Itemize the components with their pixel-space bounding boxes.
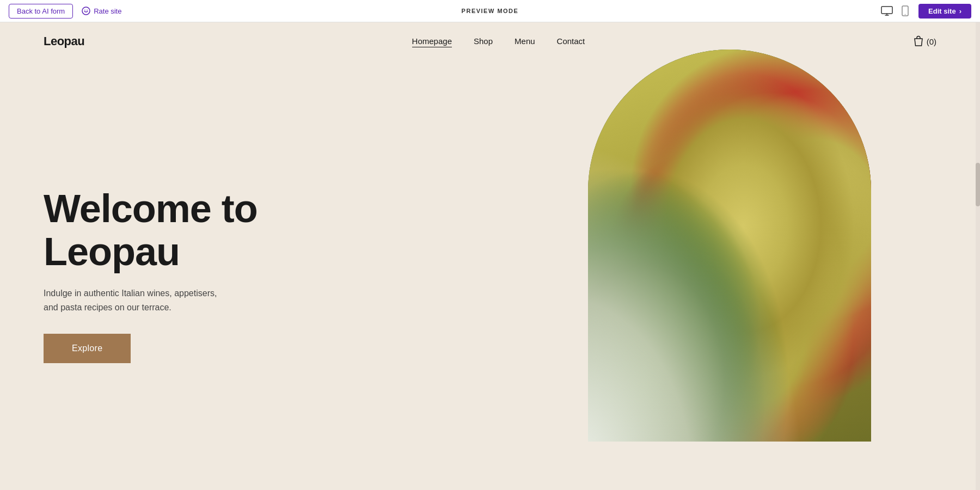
pasta-plate-overlay [588,50,871,442]
nav-item-shop[interactable]: Shop [474,36,493,46]
nav-item-contact[interactable]: Contact [557,36,585,46]
hero-title: Welcome to Leopau [44,187,327,273]
edit-site-arrow: › [959,7,961,15]
mobile-icon [902,5,909,16]
hero-food-image [588,50,871,442]
food-image-inner [588,50,871,442]
edit-site-button[interactable]: Edit site › [918,4,971,19]
nav-item-menu[interactable]: Menu [514,36,535,46]
svg-rect-3 [881,7,892,14]
nav-links: Homepage Shop Menu Contact [412,36,585,46]
back-to-form-button[interactable]: Back to AI form [9,4,73,19]
nav-link-shop[interactable]: Shop [474,36,493,47]
preview-area: Leopau Homepage Shop Menu Contact (0) [0,22,980,490]
desktop-device-button[interactable] [878,4,896,18]
nav-item-homepage[interactable]: Homepage [412,36,452,46]
shopping-bag-icon [912,35,924,48]
toolbar-right: Edit site › [878,3,971,19]
hero-text: Welcome to Leopau Indulge in authentic I… [44,187,327,364]
hero-section: Welcome to Leopau Indulge in authentic I… [0,60,980,490]
cart-icon[interactable]: (0) [912,35,936,48]
site-navigation: Leopau Homepage Shop Menu Contact (0) [0,22,980,60]
svg-point-1 [84,10,85,11]
nav-link-menu[interactable]: Menu [514,36,535,47]
preview-mode-label: PREVIEW MODE [462,8,519,14]
mobile-device-button[interactable] [898,3,912,19]
cart-count: (0) [927,37,936,46]
rate-site-label: Rate site [94,7,121,15]
rate-icon [82,7,90,15]
site-logo[interactable]: Leopau [44,34,84,48]
nav-link-homepage[interactable]: Homepage [412,36,452,47]
svg-point-5 [905,14,906,15]
svg-point-0 [82,7,90,15]
hero-subtitle: Indulge in authentic Italian wines, appe… [44,286,229,314]
nav-link-contact[interactable]: Contact [557,36,585,47]
svg-point-2 [87,10,88,11]
edit-site-label: Edit site [928,7,956,15]
rate-site-button[interactable]: Rate site [82,7,121,15]
scrollbar[interactable] [976,22,980,490]
toolbar: Back to AI form Rate site PREVIEW MODE E… [0,0,980,22]
scrollbar-thumb[interactable] [976,163,980,206]
desktop-icon [881,6,893,16]
explore-button[interactable]: Explore [44,334,131,363]
